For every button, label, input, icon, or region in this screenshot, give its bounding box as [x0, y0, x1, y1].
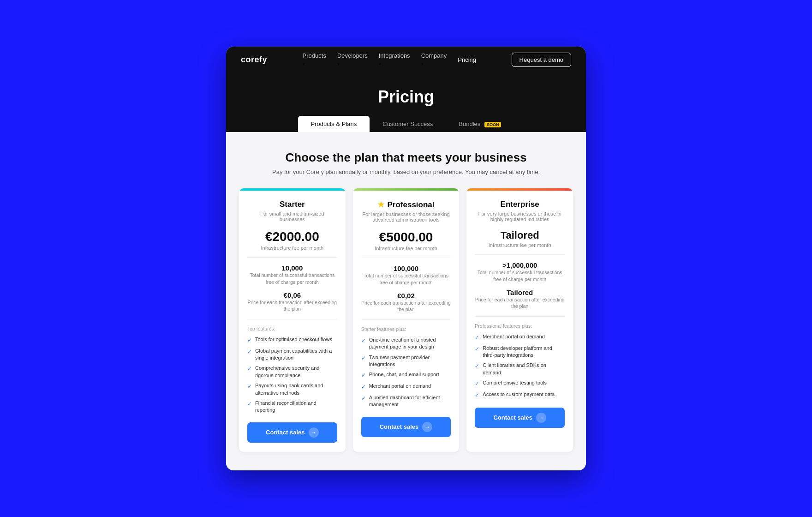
soon-badge: SOON: [484, 122, 502, 127]
plan-price-label-enterprise: Infrastructure fee per month: [475, 242, 565, 248]
pricing-tabs: Products & Plans Customer Success Bundle…: [226, 107, 586, 132]
features-label-professional: Starter features plus:: [361, 326, 451, 332]
plan-body-enterprise: Enterprise For very large businesses or …: [466, 191, 573, 437]
divider: [247, 257, 337, 258]
feature-item: ✓Merchant portal on demand: [361, 383, 451, 391]
nav-link-integrations[interactable]: Integrations: [379, 52, 410, 59]
stat-per-tx-enterprise: Tailored Price for each transaction afte…: [475, 289, 565, 310]
plan-price-enterprise: Tailored: [475, 229, 565, 241]
nav-link-pricing[interactable]: Pricing: [458, 56, 476, 63]
feature-item: ✓Two new payment provider integrations: [361, 354, 451, 368]
check-icon: ✓: [361, 372, 366, 379]
feature-item: ✓Comprehensive security and rigorous com…: [247, 365, 337, 379]
plan-price-starter: €2000.00: [247, 229, 337, 244]
feature-item: ✓Robust developer platform and third-par…: [475, 345, 565, 359]
plan-subtitle-professional: For larger businesses or those seeking a…: [361, 211, 451, 222]
plan-price-professional: €5000.00: [361, 230, 451, 245]
nav-item-products[interactable]: Products ▾: [303, 52, 326, 67]
navbar: corefy Products ▾ Developers ▾ Integrati…: [226, 47, 586, 72]
plan-card-starter: Starter For small and medium-sized busin…: [239, 188, 346, 452]
divider: [475, 254, 565, 255]
feature-item: ✓Payouts using bank cards and alternativ…: [247, 382, 337, 397]
nav-item-company[interactable]: Company ▾: [421, 52, 447, 67]
contact-sales-button-professional[interactable]: Contact sales →: [361, 417, 451, 437]
divider: [361, 258, 451, 258]
plan-price-label-starter: Infrastructure fee per month: [247, 245, 337, 251]
features-list-enterprise: ✓Merchant portal on demand ✓Robust devel…: [475, 333, 565, 399]
pricing-cards: Starter For small and medium-sized busin…: [239, 188, 573, 452]
stat-transactions-enterprise: >1,000,000 Total number of successful tr…: [475, 261, 565, 283]
nav-item-developers[interactable]: Developers ▾: [337, 52, 368, 67]
chevron-icon: ▾: [379, 61, 381, 66]
nav-item-pricing[interactable]: Pricing: [458, 56, 476, 63]
contact-sales-button-starter[interactable]: Contact sales →: [247, 422, 337, 443]
section-header: Choose the plan that meets your business…: [239, 150, 573, 175]
chevron-icon: ▾: [421, 61, 424, 66]
features-list-starter: ✓Tools for optimised checkout flows ✓Glo…: [247, 336, 337, 414]
plan-price-label-professional: Infrastructure fee per month: [361, 246, 451, 251]
feature-item: ✓Client libraries and SDKs on demand: [475, 362, 565, 376]
check-icon: ✓: [361, 337, 366, 345]
features-label-enterprise: Professional features plus:: [475, 323, 565, 329]
plan-subtitle-starter: For small and medium-sized businesses: [247, 211, 337, 222]
brand-logo: corefy: [241, 55, 267, 65]
check-icon: ✓: [475, 362, 479, 370]
plan-subtitle-enterprise: For very large businesses or those in hi…: [475, 211, 565, 222]
request-demo-button[interactable]: Request a demo: [512, 53, 571, 67]
check-icon: ✓: [361, 395, 366, 403]
check-icon: ✓: [361, 355, 366, 362]
nav-links: Products ▾ Developers ▾ Integrations ▾ C…: [303, 52, 476, 67]
section-heading: Choose the plan that meets your business: [239, 150, 573, 165]
plan-name-starter: Starter: [247, 200, 337, 209]
feature-item: ✓Global payment capabilities with a sing…: [247, 348, 337, 362]
star-icon: ★: [377, 200, 384, 210]
features-list-professional: ✓One-time creation of a hosted payment p…: [361, 337, 451, 409]
feature-item: ✓Comprehensive testing tools: [475, 379, 565, 388]
check-icon: ✓: [475, 380, 479, 388]
plan-name-enterprise: Enterprise: [475, 200, 565, 209]
features-label-starter: Top features:: [247, 326, 337, 331]
feature-item: ✓One-time creation of a hosted payment p…: [361, 337, 451, 351]
feature-item: ✓Financial reconciliation and reporting: [247, 400, 337, 414]
check-icon: ✓: [247, 337, 252, 344]
divider: [361, 319, 451, 320]
stat-transactions-professional: 100,000 Total number of successful trans…: [361, 265, 451, 286]
check-icon: ✓: [475, 334, 479, 342]
chevron-icon: ▾: [337, 61, 340, 66]
feature-item: ✓Access to custom payment data: [475, 391, 565, 399]
stat-per-tx-professional: €0,02 Price for each transaction after e…: [361, 292, 451, 313]
feature-item: ✓Phone, chat, and email support: [361, 371, 451, 379]
nav-link-developers[interactable]: Developers: [337, 52, 368, 59]
plan-card-enterprise: Enterprise For very large businesses or …: [466, 188, 573, 452]
plan-body-starter: Starter For small and medium-sized busin…: [239, 191, 346, 452]
check-icon: ✓: [361, 383, 366, 391]
contact-sales-button-enterprise[interactable]: Contact sales →: [475, 408, 565, 428]
check-icon: ✓: [475, 391, 479, 399]
hero-section: Pricing Products & Plans Customer Succes…: [226, 72, 586, 132]
nav-item-integrations[interactable]: Integrations ▾: [379, 52, 410, 67]
stat-per-tx-starter: €0,06 Price for each transaction after e…: [247, 291, 337, 313]
tab-bundles[interactable]: Bundles SOON: [446, 116, 514, 132]
content-area: Choose the plan that meets your business…: [226, 132, 586, 470]
check-icon: ✓: [247, 348, 252, 356]
browser-window: corefy Products ▾ Developers ▾ Integrati…: [226, 47, 586, 470]
check-icon: ✓: [475, 345, 479, 353]
plan-name-professional: ★ Professional: [361, 200, 451, 210]
feature-item: ✓Tools for optimised checkout flows: [247, 336, 337, 344]
check-icon: ✓: [247, 400, 252, 408]
tab-customer-success[interactable]: Customer Success: [370, 116, 446, 132]
check-icon: ✓: [247, 383, 252, 391]
plan-body-professional: ★ Professional For larger businesses or …: [353, 191, 460, 446]
nav-link-company[interactable]: Company: [421, 52, 447, 59]
arrow-icon: →: [422, 422, 432, 432]
section-subheading: Pay for your Corefy plan annually or mon…: [239, 168, 573, 175]
check-icon: ✓: [247, 365, 252, 373]
stat-transactions-starter: 10,000 Total number of successful transa…: [247, 264, 337, 285]
tab-products-plans[interactable]: Products & Plans: [298, 116, 370, 132]
page-title: Pricing: [226, 87, 586, 107]
nav-link-products[interactable]: Products: [303, 52, 326, 59]
divider: [475, 316, 565, 317]
chevron-icon: ▾: [303, 61, 305, 66]
divider: [247, 319, 337, 319]
feature-item: ✓Merchant portal on demand: [475, 333, 565, 342]
